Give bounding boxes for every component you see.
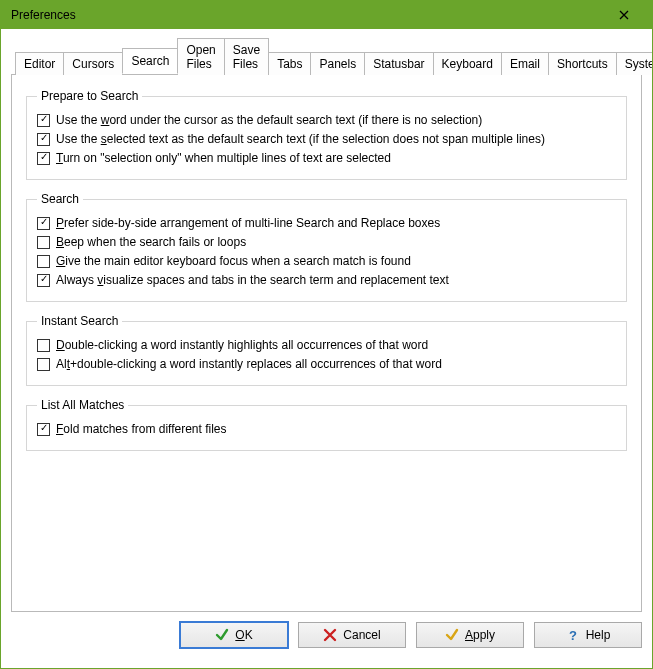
- checkbox-label-search-1[interactable]: Beep when the search fails or loops: [56, 234, 246, 250]
- cancel-label: Cancel: [343, 628, 380, 642]
- option-listall-0: Fold matches from different files: [37, 421, 616, 437]
- help-icon: ?: [566, 628, 580, 642]
- ok-button[interactable]: OK: [180, 622, 288, 648]
- ok-label: OK: [235, 628, 252, 642]
- help-label: Help: [586, 628, 611, 642]
- checkbox-prepare-1[interactable]: [37, 133, 50, 146]
- group-prepare: Prepare to SearchUse the word under the …: [26, 89, 627, 180]
- checkbox-prepare-0[interactable]: [37, 114, 50, 127]
- checkbox-label-search-3[interactable]: Always visualize spaces and tabs in the …: [56, 272, 449, 288]
- close-button[interactable]: [604, 1, 644, 29]
- cancel-icon: [323, 628, 337, 642]
- tab-system[interactable]: System: [616, 52, 653, 75]
- checkbox-label-instant-0[interactable]: Double-clicking a word instantly highlig…: [56, 337, 428, 353]
- apply-button[interactable]: Apply: [416, 622, 524, 648]
- group-prepare-legend: Prepare to Search: [37, 89, 142, 103]
- tab-editor[interactable]: Editor: [15, 52, 64, 75]
- tab-shortcuts[interactable]: Shortcuts: [548, 52, 617, 75]
- group-search-legend: Search: [37, 192, 83, 206]
- checkbox-instant-1[interactable]: [37, 358, 50, 371]
- group-listall-legend: List All Matches: [37, 398, 128, 412]
- checkbox-search-3[interactable]: [37, 274, 50, 287]
- checkbox-label-search-2[interactable]: Give the main editor keyboard focus when…: [56, 253, 411, 269]
- checkbox-label-instant-1[interactable]: Alt+double-clicking a word instantly rep…: [56, 356, 442, 372]
- checkbox-listall-0[interactable]: [37, 423, 50, 436]
- help-button[interactable]: ? Help: [534, 622, 642, 648]
- option-instant-0: Double-clicking a word instantly highlig…: [37, 337, 616, 353]
- option-search-0: Prefer side-by-side arrangement of multi…: [37, 215, 616, 231]
- option-search-1: Beep when the search fails or loops: [37, 234, 616, 250]
- checkbox-label-search-0[interactable]: Prefer side-by-side arrangement of multi…: [56, 215, 440, 231]
- checkbox-search-1[interactable]: [37, 236, 50, 249]
- tab-cursors[interactable]: Cursors: [63, 52, 123, 75]
- group-instant: Instant SearchDouble-clicking a word ins…: [26, 314, 627, 386]
- option-search-2: Give the main editor keyboard focus when…: [37, 253, 616, 269]
- tab-open-files[interactable]: Open Files: [177, 38, 224, 75]
- checkbox-search-2[interactable]: [37, 255, 50, 268]
- tab-statusbar[interactable]: Statusbar: [364, 52, 433, 75]
- checkbox-label-prepare-0[interactable]: Use the word under the cursor as the def…: [56, 112, 482, 128]
- option-prepare-1: Use the selected text as the default sea…: [37, 131, 616, 147]
- tabstrip: EditorCursorsSearchOpen FilesSave FilesT…: [15, 37, 642, 74]
- checkbox-search-0[interactable]: [37, 217, 50, 230]
- option-search-3: Always visualize spaces and tabs in the …: [37, 272, 616, 288]
- checkbox-label-listall-0[interactable]: Fold matches from different files: [56, 421, 227, 437]
- close-icon: [619, 10, 629, 20]
- tab-email[interactable]: Email: [501, 52, 549, 75]
- checkbox-instant-0[interactable]: [37, 339, 50, 352]
- window-title: Preferences: [11, 8, 76, 22]
- tab-tabs[interactable]: Tabs: [268, 52, 311, 75]
- check-icon: [215, 628, 229, 642]
- checkbox-prepare-2[interactable]: [37, 152, 50, 165]
- tab-search[interactable]: Search: [122, 48, 178, 74]
- cancel-button[interactable]: Cancel: [298, 622, 406, 648]
- group-instant-legend: Instant Search: [37, 314, 122, 328]
- tab-panels[interactable]: Panels: [310, 52, 365, 75]
- svg-text:?: ?: [569, 628, 577, 642]
- option-instant-1: Alt+double-clicking a word instantly rep…: [37, 356, 616, 372]
- apply-icon: [445, 628, 459, 642]
- button-bar: OK Cancel Apply ? Help: [11, 612, 642, 658]
- checkbox-label-prepare-2[interactable]: Turn on "selection only" when multiple l…: [56, 150, 391, 166]
- tab-pane-search: Prepare to SearchUse the word under the …: [11, 74, 642, 612]
- option-prepare-0: Use the word under the cursor as the def…: [37, 112, 616, 128]
- titlebar: Preferences: [1, 1, 652, 29]
- tab-save-files[interactable]: Save Files: [224, 38, 269, 75]
- option-prepare-2: Turn on "selection only" when multiple l…: [37, 150, 616, 166]
- group-listall: List All MatchesFold matches from differ…: [26, 398, 627, 451]
- tab-keyboard[interactable]: Keyboard: [433, 52, 502, 75]
- group-search: SearchPrefer side-by-side arrangement of…: [26, 192, 627, 302]
- apply-label: Apply: [465, 628, 495, 642]
- checkbox-label-prepare-1[interactable]: Use the selected text as the default sea…: [56, 131, 545, 147]
